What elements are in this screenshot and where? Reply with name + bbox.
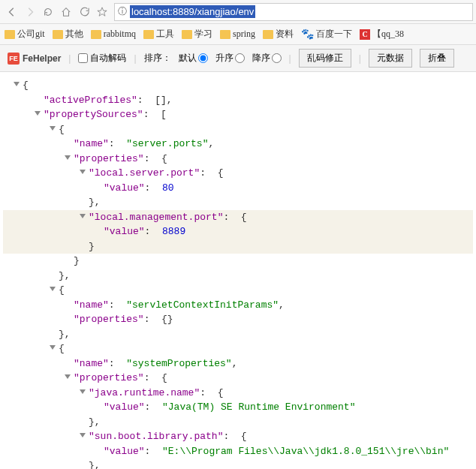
json-key: "value" bbox=[104, 182, 145, 194]
caret-icon[interactable] bbox=[35, 111, 41, 116]
json-key: "propertySources" bbox=[44, 109, 143, 120]
bookmark-spring[interactable]: spring bbox=[220, 29, 255, 40]
bookmark-other[interactable]: 其他 bbox=[53, 28, 83, 41]
json-key: "value" bbox=[104, 401, 145, 413]
caret-icon[interactable] bbox=[80, 170, 86, 174]
json-value: [] bbox=[155, 95, 167, 106]
json-key: "name" bbox=[74, 138, 109, 149]
sort-desc-radio[interactable]: 降序 bbox=[252, 52, 282, 65]
caret-icon[interactable] bbox=[65, 155, 71, 160]
fehelper-toolbar: FEFeHelper | 自动解码 | 排序： 默认 升序 降序 | 乱码修正 … bbox=[0, 45, 476, 72]
json-key: "activeProfiles" bbox=[44, 95, 137, 106]
json-key: "value" bbox=[104, 446, 145, 457]
info-icon: ⓘ bbox=[115, 5, 130, 18]
json-key: "local.server.port" bbox=[89, 167, 200, 179]
fe-icon: FE bbox=[8, 53, 20, 65]
bookmark-label: 公司git bbox=[17, 28, 45, 41]
bookmark-label: 其他 bbox=[65, 28, 83, 41]
caret-icon[interactable] bbox=[50, 345, 56, 350]
json-key: "name" bbox=[74, 358, 109, 369]
folder-icon bbox=[220, 30, 230, 39]
reload-button[interactable] bbox=[39, 3, 57, 21]
radio-label: 降序 bbox=[252, 52, 270, 65]
folder-icon bbox=[5, 30, 15, 39]
bookmark-label: 【qq_38 bbox=[372, 28, 404, 41]
json-key: "java.runtime.name" bbox=[89, 387, 200, 398]
radio-label: 默认 bbox=[179, 52, 197, 65]
bookmark-docs[interactable]: 资料 bbox=[263, 28, 294, 41]
fehelper-name: FeHelper bbox=[23, 53, 61, 64]
back-button[interactable] bbox=[3, 3, 21, 21]
bookmark-label: 工具 bbox=[156, 28, 174, 41]
json-key: "properties" bbox=[74, 314, 144, 325]
fehelper-logo: FEFeHelper bbox=[8, 53, 61, 65]
json-key: "value" bbox=[104, 226, 145, 237]
bookmarks-bar: 公司git 其他 rabbitmq 工具 学习 spring 资料 🐾百度一下 … bbox=[0, 24, 476, 45]
folder-icon bbox=[53, 30, 63, 39]
url-bar[interactable]: ⓘ localhost:8889/xiangjiao/env bbox=[114, 3, 473, 21]
raw-data-button[interactable]: 元数据 bbox=[369, 49, 412, 68]
bookmark-label: 百度一下 bbox=[316, 28, 352, 41]
collapse-button[interactable]: 折叠 bbox=[420, 49, 454, 68]
sort-default-radio[interactable]: 默认 bbox=[179, 52, 208, 65]
json-value: "E:\\Program Files\\Java\\jdk1.8.0_151\\… bbox=[162, 446, 449, 457]
json-key: "name" bbox=[74, 299, 109, 311]
bookmark-study[interactable]: 学习 bbox=[182, 28, 212, 41]
json-key: "properties" bbox=[74, 153, 144, 164]
autodecode-label: 自动解码 bbox=[90, 52, 126, 65]
separator: | bbox=[68, 53, 71, 64]
browser-navbar: ⓘ localhost:8889/xiangjiao/env bbox=[0, 0, 476, 24]
json-value: 80 bbox=[162, 182, 174, 194]
separator: | bbox=[359, 53, 361, 64]
refresh-button[interactable] bbox=[75, 3, 93, 21]
caret-icon[interactable] bbox=[80, 389, 86, 394]
bookmark-label: 学习 bbox=[194, 28, 212, 41]
bookmark-label: spring bbox=[233, 29, 255, 40]
caret-icon[interactable] bbox=[65, 374, 71, 379]
star-button[interactable] bbox=[93, 3, 111, 21]
bookmark-label: rabbitmq bbox=[104, 29, 136, 40]
home-button[interactable] bbox=[57, 3, 75, 21]
caret-icon[interactable] bbox=[80, 433, 86, 437]
autodecode-checkbox[interactable]: 自动解码 bbox=[78, 52, 126, 65]
forward-button[interactable] bbox=[21, 3, 39, 21]
bookmark-baidu[interactable]: 🐾百度一下 bbox=[301, 28, 352, 41]
folder-icon bbox=[263, 30, 273, 39]
json-value: "server.ports" bbox=[126, 138, 208, 149]
caret-icon[interactable] bbox=[14, 82, 20, 86]
caret-icon[interactable] bbox=[50, 287, 56, 291]
bookmark-company-git[interactable]: 公司git bbox=[5, 28, 45, 41]
folder-icon bbox=[182, 30, 192, 39]
caret-icon[interactable] bbox=[80, 214, 86, 218]
sort-label: 排序： bbox=[144, 52, 171, 65]
bookmark-rabbitmq[interactable]: rabbitmq bbox=[91, 29, 136, 40]
separator: | bbox=[134, 53, 136, 64]
json-value: "Java(TM) SE Runtime Environment" bbox=[162, 401, 355, 413]
bookmark-tools[interactable]: 工具 bbox=[143, 28, 174, 41]
fix-encoding-button[interactable]: 乱码修正 bbox=[299, 49, 351, 68]
c-icon: C bbox=[360, 29, 370, 40]
paw-icon: 🐾 bbox=[301, 28, 314, 41]
sort-asc-radio[interactable]: 升序 bbox=[215, 52, 245, 65]
json-value: "servletContextInitParams" bbox=[126, 299, 279, 311]
json-value: 8889 bbox=[162, 226, 185, 237]
bookmark-label: 资料 bbox=[276, 28, 294, 41]
folder-icon bbox=[143, 30, 154, 39]
json-key: "local.management.port" bbox=[89, 212, 223, 223]
radio-label: 升序 bbox=[215, 52, 233, 65]
folder-icon bbox=[91, 30, 101, 39]
bookmark-csdn[interactable]: C【qq_38 bbox=[360, 28, 404, 41]
json-key: "sun.boot.library.path" bbox=[89, 431, 223, 442]
caret-icon[interactable] bbox=[50, 126, 56, 131]
json-key: "properties" bbox=[74, 372, 144, 383]
url-text: localhost:8889/xiangjiao/env bbox=[130, 5, 255, 18]
json-value: "systemProperties" bbox=[126, 358, 231, 369]
json-viewer: { "activeProfiles": [], "propertySources… bbox=[0, 72, 476, 469]
separator: | bbox=[289, 53, 291, 64]
